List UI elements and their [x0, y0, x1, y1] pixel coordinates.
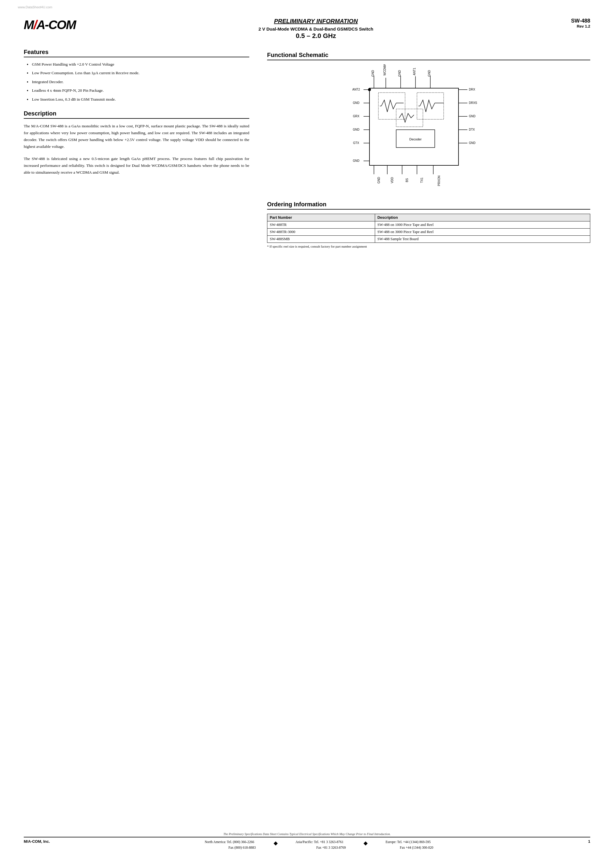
- product-subtitle: 2 V Dual-Mode WCDMA & Dual-Band GSM/DCS …: [89, 26, 543, 31]
- svg-text:PRXON: PRXON: [437, 175, 441, 186]
- svg-rect-48: [417, 93, 443, 120]
- order-desc-2: SW-488 Sample Test Board: [375, 236, 590, 243]
- description-section: Description The M/A-COM SW-488 is a GaAs…: [24, 110, 249, 176]
- features-title: Features: [24, 49, 249, 57]
- svg-text:GND: GND: [352, 101, 359, 104]
- ap-fax: Fax +81 3 3263-8769: [316, 846, 346, 849]
- header-center: PRELIMINARY INFORMATION 2 V Dual-Mode WC…: [89, 18, 543, 40]
- svg-text:ANT2: ANT2: [352, 88, 360, 91]
- part-number: SW-488: [543, 18, 590, 24]
- description-para1: The M/A-COM SW-488 is a GaAs monolithic …: [24, 123, 249, 150]
- svg-text:GND: GND: [352, 159, 359, 162]
- footer-page: 1: [588, 839, 590, 844]
- eu-region: Europe:: [386, 840, 396, 844]
- header-section: M/A-COM PRELIMINARY INFORMATION 2 V Dual…: [24, 18, 590, 40]
- col-part-number: Part Number: [267, 214, 375, 222]
- footer-company-name: M/A-COM, Inc.: [24, 839, 50, 844]
- product-freq: 0.5 – 2.0 GHz: [89, 32, 543, 40]
- features-section: Features GSM Power Handling with +2.0 V …: [24, 49, 249, 103]
- description-para2: The SW-488 is fabricated using a new 0.5…: [24, 155, 249, 176]
- header-right: SW-488 Rev 1.2: [543, 18, 590, 28]
- order-row-1: SW-488TR-3000 SW-488 on 3000 Piece Tape …: [267, 228, 590, 236]
- logo-area: M/A-COM: [24, 18, 89, 32]
- svg-text:GND: GND: [469, 115, 475, 118]
- right-column: Functional Schematic GND WCDMA GND ANT1 …: [267, 49, 590, 249]
- svg-text:GTX: GTX: [353, 141, 359, 144]
- order-part-2: SW-488SMB: [267, 236, 375, 243]
- contact-europe: Europe: Tel. +44 (1344) 869-595 Fax +44 …: [386, 839, 433, 850]
- svg-text:GND: GND: [428, 70, 431, 76]
- ordering-table: Part Number Description SW-488TR SW-488 …: [267, 214, 590, 243]
- ordering-section: Ordering Information Part Number Descrip…: [267, 201, 590, 249]
- eu-fax: Fax +44 (1344) 300-020: [400, 846, 433, 849]
- svg-rect-51: [396, 109, 423, 127]
- main-content: Features GSM Power Handling with +2.0 V …: [24, 49, 590, 249]
- schematic-section: Functional Schematic GND WCDMA GND ANT1 …: [267, 52, 590, 189]
- order-part-1: SW-488TR-3000: [267, 228, 375, 236]
- svg-text:BS: BS: [405, 178, 409, 182]
- feature-item-4: Low Insertion Loss, 0.3 dB in GSM Transm…: [27, 96, 249, 103]
- contact-north-america: North America: Tel. (800) 366-2266 Fax (…: [205, 839, 256, 850]
- svg-text:GRX: GRX: [353, 115, 360, 118]
- ap-tel: Tel. +81 3 3263-8761: [314, 840, 344, 844]
- contact-bullet-2: ◆: [364, 839, 368, 850]
- ordering-title: Ordering Information: [267, 201, 590, 210]
- feature-item-1: Low Power Consumption. Less than 1μA cur…: [27, 70, 249, 76]
- contact-bullet-1: ◆: [274, 839, 278, 850]
- footer-contacts: North America: Tel. (800) 366-2266 Fax (…: [205, 839, 433, 850]
- feature-item-2: Integrated Decoder.: [27, 79, 249, 85]
- svg-text:GND: GND: [371, 70, 375, 76]
- contact-asia-pacific: Asia/Pacific: Tel. +81 3 3263-8761 Fax +…: [296, 839, 346, 850]
- order-row-0: SW-488TR SW-488 on 1000 Piece Tape and R…: [267, 222, 590, 228]
- schematic-title: Functional Schematic: [267, 52, 590, 60]
- ap-region: Asia/Pacific:: [296, 840, 313, 844]
- watermark: www.DataSheet4U.com: [18, 5, 52, 9]
- svg-text:DRXS: DRXS: [469, 101, 477, 104]
- feature-item-3: Leadless 4 x 4mm FQFP-N, 20 Pin Package.: [27, 88, 249, 94]
- schematic-svg: GND WCDMA GND ANT1 GND ANT2 GND GRX: [346, 64, 512, 189]
- svg-text:VDD: VDD: [391, 177, 394, 183]
- svg-text:GND: GND: [469, 141, 475, 144]
- col-description: Description: [375, 214, 590, 222]
- preliminary-info: PRELIMINARY INFORMATION: [89, 18, 543, 25]
- svg-text:WCDMA: WCDMA: [383, 64, 386, 75]
- svg-text:GND: GND: [352, 128, 359, 131]
- order-desc-1: SW-488 on 3000 Piece Tape and Reel: [375, 228, 590, 236]
- ordering-note: * If specific reel size is required, con…: [267, 244, 590, 249]
- logo: M/A-COM: [24, 18, 89, 32]
- footer: The Preliminary Specifications Data Shee…: [24, 832, 590, 850]
- svg-text:ANT1: ANT1: [413, 68, 416, 75]
- feature-item-0: GSM Power Handling with +2.0 V Control V…: [27, 61, 249, 68]
- features-list: GSM Power Handling with +2.0 V Control V…: [27, 61, 249, 103]
- order-desc-0: SW-488 on 1000 Piece Tape and Reel: [375, 222, 590, 228]
- footer-bottom: M/A-COM, Inc. North America: Tel. (800) …: [24, 839, 590, 850]
- rev: Rev 1.2: [543, 24, 590, 28]
- description-title: Description: [24, 110, 249, 119]
- na-region: North America:: [205, 840, 226, 844]
- footer-divider: [24, 837, 590, 837]
- svg-point-52: [368, 88, 371, 91]
- order-row-2: SW-488SMB SW-488 Sample Test Board: [267, 236, 590, 243]
- svg-text:GND: GND: [398, 70, 401, 76]
- order-part-0: SW-488TR: [267, 222, 375, 228]
- svg-text:GND: GND: [377, 177, 380, 183]
- svg-text:DTX: DTX: [469, 128, 475, 131]
- left-column: Features GSM Power Handling with +2.0 V …: [24, 49, 249, 249]
- svg-text:DRX: DRX: [469, 88, 475, 91]
- eu-tel: Tel. +44 (1344) 869-595: [397, 840, 431, 844]
- na-fax: Fax (800) 618-8883: [228, 846, 256, 849]
- svg-text:Decoder: Decoder: [409, 137, 422, 141]
- footer-disclaimer: The Preliminary Specifications Data Shee…: [24, 832, 590, 835]
- svg-text:TX1: TX1: [420, 177, 423, 183]
